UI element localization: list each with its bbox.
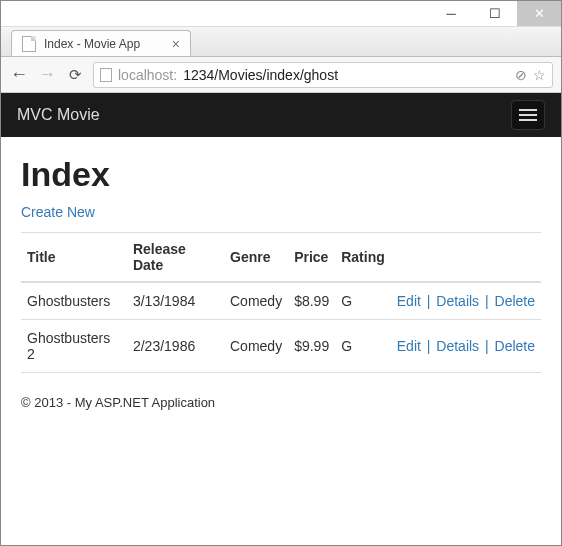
delete-link[interactable]: Delete bbox=[495, 338, 535, 354]
browser-tabbar: Index - Movie App × bbox=[1, 27, 561, 57]
cell-release: 3/13/1984 bbox=[127, 282, 224, 320]
cell-genre: Comedy bbox=[224, 320, 288, 373]
close-tab-icon[interactable]: × bbox=[172, 36, 180, 52]
close-window-button[interactable]: ✕ bbox=[517, 1, 561, 26]
menu-toggle-button[interactable] bbox=[511, 100, 545, 130]
page-content: MVC Movie Index Create New Title Release… bbox=[1, 93, 561, 545]
col-genre: Genre bbox=[224, 233, 288, 283]
page-icon bbox=[100, 68, 112, 82]
footer-text: © 2013 - My ASP.NET Application bbox=[21, 395, 541, 410]
tab-title: Index - Movie App bbox=[44, 37, 140, 51]
navbar-brand[interactable]: MVC Movie bbox=[17, 106, 100, 124]
col-actions bbox=[391, 233, 541, 283]
table-header-row: Title Release Date Genre Price Rating bbox=[21, 233, 541, 283]
table-row: Ghostbusters 3/13/1984 Comedy $8.99 G Ed… bbox=[21, 282, 541, 320]
cell-rating: G bbox=[335, 320, 391, 373]
back-button[interactable]: ← bbox=[9, 64, 29, 85]
col-release: Release Date bbox=[127, 233, 224, 283]
cell-actions: Edit | Details | Delete bbox=[391, 282, 541, 320]
cell-genre: Comedy bbox=[224, 282, 288, 320]
cell-title: Ghostbusters 2 bbox=[21, 320, 127, 373]
col-rating: Rating bbox=[335, 233, 391, 283]
toggle-icon[interactable]: ⊘ bbox=[515, 67, 527, 83]
page-icon bbox=[22, 36, 36, 52]
page-title: Index bbox=[21, 155, 541, 194]
url-path: 1234/Movies/index/ghost bbox=[183, 67, 338, 83]
col-title: Title bbox=[21, 233, 127, 283]
cell-actions: Edit | Details | Delete bbox=[391, 320, 541, 373]
create-new-link[interactable]: Create New bbox=[21, 204, 95, 220]
details-link[interactable]: Details bbox=[436, 293, 479, 309]
edit-link[interactable]: Edit bbox=[397, 338, 421, 354]
table-row: Ghostbusters 2 2/23/1986 Comedy $9.99 G … bbox=[21, 320, 541, 373]
hamburger-icon bbox=[519, 119, 537, 121]
reload-button[interactable]: ⟳ bbox=[65, 66, 85, 84]
browser-tab[interactable]: Index - Movie App × bbox=[11, 30, 191, 56]
cell-title: Ghostbusters bbox=[21, 282, 127, 320]
address-bar[interactable]: localhost:1234/Movies/index/ghost ⊘ ☆ bbox=[93, 62, 553, 88]
maximize-button[interactable]: ☐ bbox=[473, 1, 517, 26]
cell-rating: G bbox=[335, 282, 391, 320]
forward-button[interactable]: → bbox=[37, 64, 57, 85]
bookmark-star-icon[interactable]: ☆ bbox=[533, 67, 546, 83]
cell-release: 2/23/1986 bbox=[127, 320, 224, 373]
app-navbar: MVC Movie bbox=[1, 93, 561, 137]
cell-price: $9.99 bbox=[288, 320, 335, 373]
browser-toolbar: ← → ⟳ localhost:1234/Movies/index/ghost … bbox=[1, 57, 561, 93]
window-titlebar: ─ ☐ ✕ bbox=[1, 1, 561, 27]
hamburger-icon bbox=[519, 114, 537, 116]
delete-link[interactable]: Delete bbox=[495, 293, 535, 309]
main-container: Index Create New Title Release Date Genr… bbox=[1, 137, 561, 428]
movies-table: Title Release Date Genre Price Rating Gh… bbox=[21, 232, 541, 373]
col-price: Price bbox=[288, 233, 335, 283]
cell-price: $8.99 bbox=[288, 282, 335, 320]
minimize-button[interactable]: ─ bbox=[429, 1, 473, 26]
edit-link[interactable]: Edit bbox=[397, 293, 421, 309]
url-host: localhost: bbox=[118, 67, 177, 83]
hamburger-icon bbox=[519, 109, 537, 111]
details-link[interactable]: Details bbox=[436, 338, 479, 354]
browser-window: ─ ☐ ✕ Index - Movie App × ← → ⟳ localhos… bbox=[0, 0, 562, 546]
